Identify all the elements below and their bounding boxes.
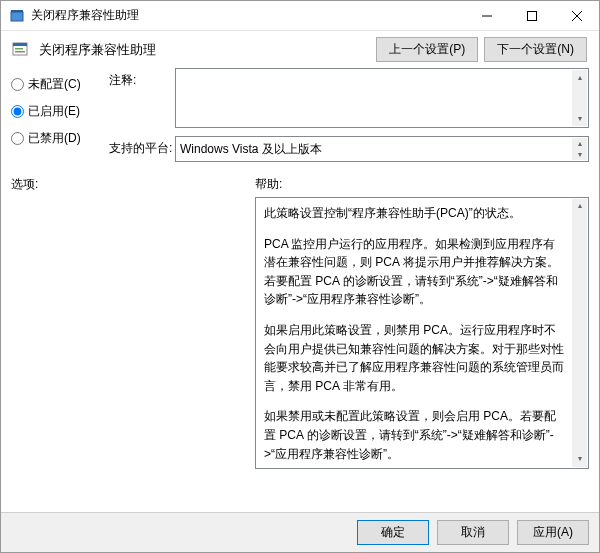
section-labels: 选项: 帮助:: [11, 176, 589, 193]
help-paragraph: 如果禁用或未配置此策略设置，则会启用 PCA。若要配置 PCA 的诊断设置，请转…: [264, 407, 566, 463]
radio-disabled[interactable]: 已禁用(D): [11, 130, 99, 147]
cancel-button[interactable]: 取消: [437, 520, 509, 545]
help-paragraph: 如果启用此策略设置，则禁用 PCA。运行应用程序时不会向用户提供已知兼容性问题的…: [264, 321, 566, 395]
scroll-up-icon[interactable]: ▴: [572, 138, 587, 149]
platform-scrollbar[interactable]: ▴ ▾: [572, 138, 587, 160]
svg-rect-9: [15, 51, 25, 53]
scroll-up-icon[interactable]: ▴: [572, 70, 587, 85]
comment-scrollbar[interactable]: ▴ ▾: [572, 70, 587, 126]
radio-enabled-label: 已启用(E): [28, 103, 80, 120]
next-setting-button[interactable]: 下一个设置(N): [484, 37, 587, 62]
svg-rect-8: [15, 48, 23, 50]
comment-textarea[interactable]: ▴ ▾: [175, 68, 589, 128]
svg-rect-1: [11, 10, 23, 12]
prev-setting-button[interactable]: 上一个设置(P): [376, 37, 478, 62]
radio-disabled-input[interactable]: [11, 132, 24, 145]
radio-enabled-input[interactable]: [11, 105, 24, 118]
radio-not-configured[interactable]: 未配置(C): [11, 76, 99, 93]
comment-label: 注释:: [109, 68, 169, 89]
help-text-box[interactable]: 此策略设置控制“程序兼容性助手(PCA)”的状态。 PCA 监控用户运行的应用程…: [255, 197, 589, 469]
radio-enabled[interactable]: 已启用(E): [11, 103, 99, 120]
help-scrollbar[interactable]: ▴ ▾: [572, 199, 587, 467]
minimize-button[interactable]: [464, 1, 509, 30]
platform-label: 支持的平台:: [109, 136, 169, 157]
ok-button[interactable]: 确定: [357, 520, 429, 545]
app-icon: [9, 8, 25, 24]
scroll-down-icon[interactable]: ▾: [572, 452, 587, 467]
maximize-button[interactable]: [509, 1, 554, 30]
svg-rect-7: [13, 43, 27, 46]
state-radio-group: 未配置(C) 已启用(E) 已禁用(D): [11, 68, 99, 162]
help-label: 帮助:: [255, 176, 282, 193]
policy-icon: [11, 40, 31, 60]
apply-button[interactable]: 应用(A): [517, 520, 589, 545]
options-label: 选项:: [11, 176, 255, 193]
titlebar: 关闭程序兼容性助理: [1, 1, 599, 31]
header: 关闭程序兼容性助理 上一个设置(P) 下一个设置(N): [1, 31, 599, 68]
radio-disabled-label: 已禁用(D): [28, 130, 81, 147]
platform-value: Windows Vista 及以上版本: [180, 141, 322, 158]
scroll-down-icon[interactable]: ▾: [572, 149, 587, 160]
dialog-footer: 确定 取消 应用(A): [1, 512, 599, 552]
help-paragraph: PCA 监控用户运行的应用程序。如果检测到应用程序有潜在兼容性问题，则 PCA …: [264, 235, 566, 309]
platform-box: Windows Vista 及以上版本 ▴ ▾: [175, 136, 589, 162]
svg-rect-0: [11, 12, 23, 21]
help-paragraph: 此策略设置控制“程序兼容性助手(PCA)”的状态。: [264, 204, 566, 223]
radio-not-configured-input[interactable]: [11, 78, 24, 91]
scroll-down-icon[interactable]: ▾: [572, 111, 587, 126]
scroll-up-icon[interactable]: ▴: [572, 199, 587, 214]
window-title: 关闭程序兼容性助理: [31, 7, 464, 24]
window-controls: [464, 1, 599, 30]
radio-not-configured-label: 未配置(C): [28, 76, 81, 93]
content: 未配置(C) 已启用(E) 已禁用(D) 注释: ▴ ▾: [1, 68, 599, 512]
page-title: 关闭程序兼容性助理: [39, 41, 368, 59]
svg-rect-3: [527, 11, 536, 20]
close-button[interactable]: [554, 1, 599, 30]
